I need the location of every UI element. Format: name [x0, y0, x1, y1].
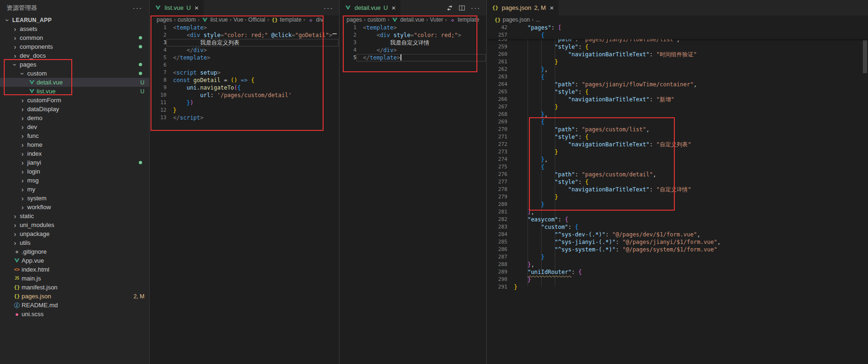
breadcrumb-item-vuter[interactable]: Vuter	[430, 16, 443, 23]
tree-item-label: main.js	[22, 275, 41, 282]
tree-item-app-vue[interactable]: App.vue	[0, 256, 149, 265]
tree-item-datadisplay[interactable]: ›dataDisplay	[0, 105, 149, 114]
scrollbar-thumb[interactable]	[863, 40, 867, 73]
code-line: 8const goDetail = () => {	[150, 76, 339, 84]
tree-item-label: .gitignore	[22, 248, 46, 255]
code-editor-detail-vue[interactable]: 1<template>2 <div style="color: red;">3 …	[340, 24, 486, 364]
sticky-scroll: 42 "pages": [257 {	[487, 24, 868, 39]
tree-item-demo[interactable]: ›demo	[0, 114, 149, 122]
breadcrumb-item-pages[interactable]: pages	[157, 16, 172, 23]
line-number: 7	[150, 69, 173, 76]
tab-bar: detail.vueU× ···	[340, 0, 486, 15]
sass-icon: ●	[13, 311, 21, 318]
tree-item-detail-vue[interactable]: detail.vueU	[0, 78, 149, 87]
code-line: 285 "^sys-jianyi-(.*)": "@/pages/jianyi/…	[487, 238, 868, 246]
code-line: 284 "^sys-dev-(.*)": "@/pages/dev/$1/for…	[487, 231, 868, 238]
breadcrumb-item-template[interactable]: ◇template	[449, 16, 479, 23]
git-compare-icon[interactable]	[446, 5, 453, 11]
tree-item-utils[interactable]: ›utils	[0, 238, 149, 247]
tree-item-label: static	[20, 212, 34, 220]
code-editor-list-vue[interactable]: 1<template>2 <div style="color: red;" @c…	[150, 24, 339, 364]
tree-item-customform[interactable]: ›customForm	[0, 96, 149, 105]
tree-item-label: dev_docs	[20, 52, 46, 59]
tree-item-unpackage[interactable]: ›unpackage	[0, 229, 149, 238]
breadcrumb-item-list-vue[interactable]: list.vue	[201, 16, 227, 23]
code-line: 273 }	[487, 148, 868, 156]
tree-item-manifest-json[interactable]: {}manifest.json	[0, 283, 149, 292]
tree-item-index[interactable]: ›index	[0, 149, 149, 158]
line-number: 286	[487, 246, 514, 253]
vue-icon	[28, 88, 36, 95]
line-number: 42	[487, 24, 514, 31]
breadcrumb-item-pages[interactable]: pages	[347, 16, 362, 23]
tree-item-system[interactable]: ›system	[0, 194, 149, 203]
tree-item-label: utils	[20, 239, 30, 246]
code-line: 3 我是自定义详情	[340, 39, 486, 46]
tree-item--gitignore[interactable]: ◆.gitignore	[0, 247, 149, 256]
breadcrumb-item-detail-vue[interactable]: detail.vue	[391, 16, 424, 23]
tree-item-func[interactable]: ›func	[0, 131, 149, 140]
code-line: 6	[150, 61, 339, 69]
chevron-right-icon: ›	[19, 195, 26, 202]
editor-group-pages-json: {}pages.json2, M× {}pages.json›... 42 "p…	[486, 0, 868, 364]
line-number: 280	[487, 201, 514, 208]
vue-icon	[154, 5, 162, 11]
breadcrumb-item-vue-official[interactable]: Vue - Official	[234, 16, 265, 23]
code-editor-pages-json[interactable]: 42 "pages": [257 { 258 "path": "pages/ji…	[487, 24, 868, 364]
tab-actions: ···	[324, 0, 339, 15]
more-actions-icon[interactable]: ···	[324, 4, 333, 11]
chevron-right-icon: ›	[11, 35, 19, 41]
close-icon[interactable]: ×	[195, 4, 199, 11]
tree-item-label: components	[20, 43, 53, 50]
tree-item-components[interactable]: ›components	[0, 42, 149, 51]
tree-item-readme-md[interactable]: iREADME.md	[0, 301, 149, 310]
git-status-badge: U	[140, 88, 144, 95]
chevron-down-icon: ›	[4, 16, 11, 24]
tree-item-workflow[interactable]: ›workflow	[0, 203, 149, 212]
tree-item-custom[interactable]: ›custom	[0, 69, 149, 78]
tree-item-my[interactable]: ›my	[0, 185, 149, 194]
tree-item-list-vue[interactable]: list.vueU	[0, 87, 149, 96]
code-line: 282 "easycom": {	[487, 216, 868, 223]
tree-item-jianyi[interactable]: ›jianyi	[0, 158, 149, 167]
tree-item-main-js[interactable]: JSmain.js	[0, 274, 149, 283]
chevron-right-icon: ›	[19, 177, 26, 184]
breadcrumb-item-template[interactable]: {}template	[271, 16, 302, 23]
tree-item-common[interactable]: ›common	[0, 33, 149, 42]
chevron-right-icon: ›	[19, 168, 26, 175]
close-icon[interactable]: ×	[550, 4, 554, 11]
breadcrumb-item-custom[interactable]: custom	[178, 16, 196, 23]
tree-item-login[interactable]: ›login	[0, 167, 149, 176]
tree-item-pages[interactable]: ›pages	[0, 60, 149, 69]
split-editor-icon[interactable]	[459, 5, 465, 11]
tree-item-pages-json[interactable]: {}pages.json2, M	[0, 292, 149, 301]
breadcrumb-item--[interactable]: ...	[536, 16, 540, 23]
tree-item-dev-docs[interactable]: ›dev_docs	[0, 51, 149, 60]
braces-icon: {}	[271, 16, 279, 23]
tree-item-uni-scss[interactable]: ●uni.scss	[0, 310, 149, 318]
tree-item-home[interactable]: ›home	[0, 140, 149, 149]
breadcrumb-item-div[interactable]: ◇div	[307, 16, 323, 23]
breadcrumb-separator: ›	[532, 16, 534, 23]
tab-list-vue[interactable]: list.vueU×	[150, 0, 204, 15]
tree-item-index-html[interactable]: <>index.html	[0, 265, 149, 274]
tree-item-label: common	[20, 34, 43, 41]
breadcrumb-item-pages-json[interactable]: {}pages.json	[494, 16, 530, 23]
tree-item-assets[interactable]: ›assets	[0, 24, 149, 33]
tree-item-dev[interactable]: ›dev	[0, 122, 149, 131]
chevron-right-icon: ›	[11, 231, 19, 237]
code-line: 4 </div>	[150, 46, 339, 54]
tab-detail-vue[interactable]: detail.vueU×	[340, 0, 400, 15]
tree-item-learun-app[interactable]: ›LEARUN_APP	[0, 15, 149, 24]
modified-dot	[139, 72, 142, 75]
tree-item-uni-modules[interactable]: ›uni_modules	[0, 220, 149, 229]
breadcrumb-item-custom[interactable]: custom	[368, 16, 386, 23]
breadcrumb-bar: {}pages.json›...	[487, 15, 868, 24]
more-actions-icon[interactable]: ···	[133, 4, 143, 11]
tree-item-msg[interactable]: ›msg	[0, 176, 149, 185]
close-icon[interactable]: ×	[392, 4, 396, 11]
more-actions-icon[interactable]: ···	[471, 4, 481, 11]
modified-dot	[139, 36, 142, 39]
tab-pages-json[interactable]: {}pages.json2, M×	[487, 0, 559, 15]
tree-item-static[interactable]: ›static	[0, 212, 149, 220]
